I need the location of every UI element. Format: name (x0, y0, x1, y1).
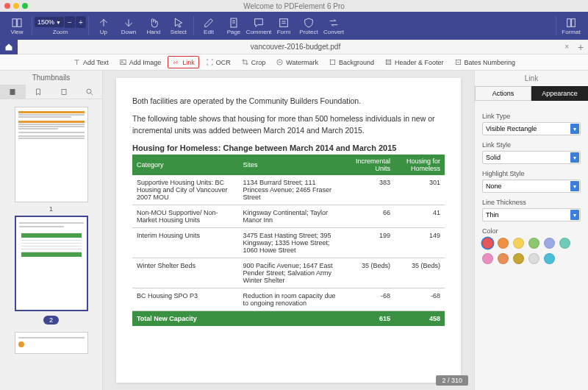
svg-rect-5 (572, 18, 576, 26)
link-type-select[interactable]: Visible Rectangle▾ (482, 122, 581, 135)
color-swatch[interactable] (528, 253, 539, 264)
thumbnails-tab[interactable] (0, 85, 26, 99)
edit-subtoolbar: Add Text Add Image Link OCR Crop Waterma… (0, 54, 588, 71)
color-swatch[interactable] (498, 238, 509, 249)
color-swatch[interactable] (498, 253, 509, 264)
comment-button[interactable]: Comment (246, 13, 271, 38)
line-thickness-select[interactable]: Thin▾ (482, 208, 581, 221)
housing-table: Category Sites Incremental Units Housing… (132, 155, 445, 326)
svg-rect-1 (18, 18, 21, 26)
view-button[interactable]: View (4, 13, 29, 38)
thumbnail-label-1: 1 (4, 205, 98, 213)
page-button[interactable]: Page (221, 13, 246, 38)
link-style-select[interactable]: Solid▾ (482, 151, 581, 164)
svg-rect-3 (280, 18, 288, 26)
svg-rect-10 (386, 60, 390, 64)
thumbnails-sidebar: Thumbnails 1 (0, 71, 103, 390)
color-swatch[interactable] (528, 238, 539, 249)
crop-button[interactable]: Crop (237, 57, 270, 68)
convert-button[interactable]: Convert (321, 13, 346, 38)
svg-rect-12 (10, 89, 15, 95)
panel-title: Link (475, 71, 588, 86)
svg-rect-4 (567, 18, 571, 26)
color-swatches (482, 238, 581, 264)
pdf-page: Both facilities are operated by the Comm… (116, 78, 461, 383)
chevron-down-icon: ▾ (570, 124, 579, 134)
table-row: Winter Shelter Beds900 Pacific Avenue; 1… (132, 258, 445, 288)
form-button[interactable]: Form (271, 13, 296, 38)
up-button[interactable]: Up (91, 13, 116, 38)
svg-rect-13 (62, 89, 66, 94)
table-row: Interim Housing Units3475 East Hasting S… (132, 228, 445, 258)
table-row: Supportive Housing Units: BC Housing and… (132, 175, 445, 205)
zoom-in-button[interactable]: + (76, 16, 86, 28)
title-bar: Welcome to PDFelement 6 Pro (0, 0, 588, 12)
edit-button[interactable]: Edit (196, 13, 221, 38)
document-tab[interactable]: vancouver-2016-budget.pdf × (18, 40, 573, 54)
main-toolbar: View 150%▼ − + Zoom Up Down Hand Select … (0, 12, 588, 40)
close-tab-icon[interactable]: × (564, 43, 569, 51)
select-button[interactable]: Select (166, 13, 191, 38)
down-button[interactable]: Down (116, 13, 141, 38)
thumbnail-page-2[interactable] (15, 216, 88, 311)
search-tab[interactable] (76, 85, 102, 99)
add-tab-button[interactable]: + (573, 41, 588, 53)
svg-point-7 (121, 61, 122, 62)
attachments-tab[interactable] (51, 85, 77, 99)
svg-rect-0 (12, 18, 16, 26)
thumbnail-label-2: 2 (43, 316, 59, 325)
bookmarks-tab[interactable] (26, 85, 51, 99)
appearance-tab[interactable]: Appearance (531, 86, 588, 101)
zoom-out-button[interactable]: − (65, 16, 75, 28)
color-swatch[interactable] (544, 238, 555, 249)
paragraph-1: Both facilities are operated by the Comm… (132, 96, 445, 107)
color-swatch[interactable] (482, 238, 493, 249)
add-image-button[interactable]: Add Image (115, 57, 165, 68)
paragraph-2: The following table shows that housing f… (132, 113, 445, 137)
color-swatch[interactable] (513, 238, 524, 249)
header-footer-button[interactable]: Header & Footer (381, 57, 448, 68)
highlight-style-select[interactable]: None▾ (482, 180, 581, 193)
table-row: BC Housing SPO P3Reduction in room capac… (132, 288, 445, 311)
color-swatch[interactable] (559, 238, 570, 249)
watermark-button[interactable]: Watermark (272, 57, 322, 68)
svg-point-14 (87, 89, 91, 93)
background-button[interactable]: Background (325, 57, 378, 68)
actions-tab[interactable]: Actions (475, 86, 531, 101)
document-viewport[interactable]: Both facilities are operated by the Comm… (103, 71, 474, 390)
protect-button[interactable]: Protect (296, 13, 321, 38)
home-tab[interactable] (0, 40, 18, 54)
svg-rect-9 (330, 60, 334, 64)
window-title: Welcome to PDFelement 6 Pro (0, 2, 588, 10)
thumbnail-page-3[interactable] (15, 332, 88, 354)
bates-numbering-button[interactable]: Bates Numbering (451, 57, 520, 68)
chevron-down-icon: ▾ (570, 181, 579, 191)
sidebar-title: Thumbnails (0, 71, 102, 85)
color-swatch[interactable] (544, 253, 555, 264)
hand-button[interactable]: Hand (141, 13, 166, 38)
chevron-down-icon: ▾ (570, 210, 579, 220)
page-indicator: 2 / 310 (436, 375, 468, 386)
table-title: Housing for Homeless: Change between Mar… (132, 143, 445, 152)
thumbnail-page-1[interactable] (15, 107, 88, 202)
format-button[interactable]: Format (559, 13, 584, 38)
color-swatch[interactable] (513, 253, 524, 264)
table-row: Non-MOU Supportive/ Non-Market Housing U… (132, 205, 445, 228)
link-button[interactable]: Link (168, 56, 199, 68)
properties-panel: Link Actions Appearance Link Type Visibl… (474, 71, 588, 390)
add-text-button[interactable]: Add Text (69, 57, 112, 68)
zoom-level[interactable]: 150%▼ (35, 17, 64, 27)
ocr-button[interactable]: OCR (202, 57, 234, 68)
color-swatch[interactable] (482, 253, 493, 264)
chevron-down-icon: ▾ (570, 152, 579, 163)
tab-bar: vancouver-2016-budget.pdf × + (0, 40, 588, 54)
